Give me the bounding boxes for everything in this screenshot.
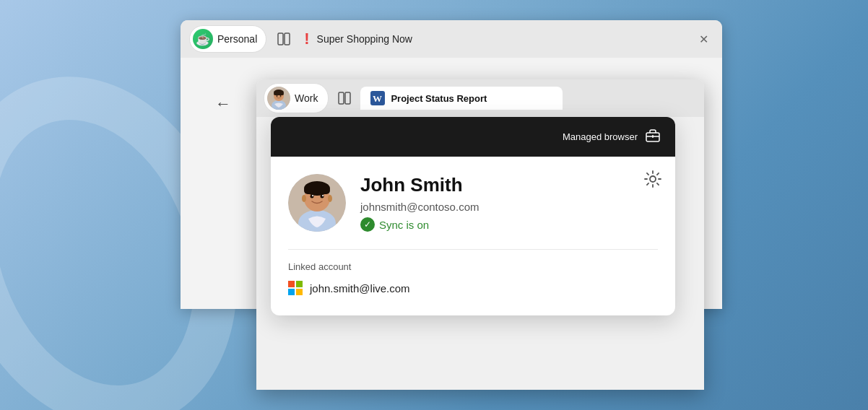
titlebar-personal: ☕ Personal ! Super Shopping Now ✕ (181, 20, 722, 58)
svg-point-27 (322, 195, 324, 196)
profile-info: John Smith johnsmith@contoso.com ✓ Sync … (360, 174, 479, 232)
user-email: johnsmith@contoso.com (360, 201, 479, 213)
work-profile-label: Work (295, 92, 318, 104)
linked-account-label: Linked account (288, 261, 658, 272)
svg-rect-1 (285, 33, 290, 45)
divider (288, 249, 658, 250)
ms-logo-red (288, 281, 295, 287)
managed-browser-label: Managed browser (563, 131, 638, 142)
user-avatar (288, 174, 346, 232)
titlebar-work: Work W Project Status Report (256, 79, 704, 117)
svg-rect-6 (274, 92, 284, 95)
close-button-personal[interactable]: ✕ (693, 29, 713, 49)
svg-rect-10 (345, 92, 350, 104)
back-arrow-button[interactable]: ← (206, 87, 240, 121)
svg-point-25 (321, 195, 324, 199)
personal-profile-icon: ☕ (193, 29, 213, 49)
layout-icon-personal[interactable] (274, 29, 294, 49)
profile-section: John Smith johnsmith@contoso.com ✓ Sync … (288, 174, 658, 232)
svg-point-24 (311, 195, 314, 199)
svg-point-16 (650, 176, 656, 182)
user-name: John Smith (360, 174, 479, 196)
svg-rect-0 (278, 33, 283, 45)
dropdown-header: Managed browser (271, 117, 675, 157)
briefcase-icon (645, 127, 661, 147)
profile-pill-personal[interactable]: ☕ Personal (189, 25, 266, 53)
tab-title-work: Project Status Report (391, 93, 487, 104)
svg-point-7 (277, 95, 278, 97)
profile-dropdown: Managed browser (271, 117, 675, 315)
personal-profile-label: Personal (217, 33, 257, 45)
svg-rect-9 (339, 92, 344, 104)
dropdown-body: John Smith johnsmith@contoso.com ✓ Sync … (271, 157, 675, 315)
layout-icon-work[interactable] (334, 88, 355, 108)
settings-gear-button[interactable] (643, 170, 662, 193)
ms-logo-blue (288, 289, 295, 295)
sync-status: ✓ Sync is on (360, 217, 479, 232)
svg-text:W: W (373, 93, 382, 104)
exclamation-icon: ! (304, 30, 309, 48)
ms-logo-yellow (296, 289, 303, 295)
ms-logo-green (296, 281, 303, 287)
coffee-emoji: ☕ (196, 32, 210, 46)
work-profile-avatar (267, 87, 290, 110)
word-icon: W (370, 91, 385, 105)
svg-rect-21 (304, 187, 330, 194)
back-page-title: Super Shopping Now (317, 33, 686, 45)
linked-account-email: john.smith@live.com (310, 282, 410, 295)
linked-account-row[interactable]: john.smith@live.com (288, 281, 658, 295)
svg-point-22 (302, 195, 306, 202)
svg-point-26 (312, 195, 313, 196)
microsoft-logo (288, 281, 303, 295)
profile-pill-work[interactable]: Work (264, 83, 329, 113)
sync-check-icon: ✓ (360, 217, 375, 232)
svg-point-23 (328, 195, 332, 202)
sync-label: Sync is on (379, 219, 429, 231)
svg-point-8 (280, 95, 282, 97)
active-tab-work[interactable]: W Project Status Report (360, 87, 563, 110)
